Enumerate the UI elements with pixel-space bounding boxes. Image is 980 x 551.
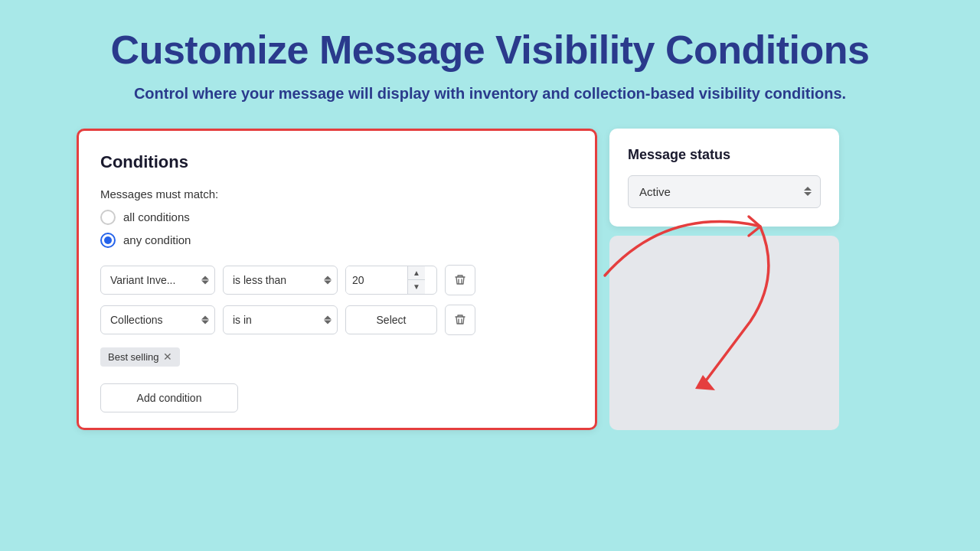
operator-select-wrapper-2: is in is not in (223, 305, 338, 334)
condition-row-1: Variant Inve... Collections Product Type… (100, 265, 573, 295)
trash-icon-1 (454, 274, 466, 286)
delete-row-1-button[interactable] (445, 265, 475, 295)
tag-label: Best selling (108, 351, 158, 363)
field-select-1[interactable]: Variant Inve... Collections Product Type (100, 266, 215, 295)
conditions-panel: Conditions Messages must match: all cond… (77, 129, 597, 430)
operator-select-1[interactable]: is less than is greater than equals (223, 266, 338, 295)
radio-circle-any (100, 233, 116, 248)
condition-row-2: Collections Variant Inve... Product Type… (100, 305, 573, 335)
message-status-panel: Message status Active Inactive Draft (609, 129, 839, 227)
tag-best-selling: Best selling ✕ (100, 347, 180, 367)
operator-select-wrapper-1: is less than is greater than equals (223, 266, 338, 295)
number-input-wrapper: ▲ ▼ (345, 266, 437, 295)
spinner-down-button[interactable]: ▼ (408, 280, 425, 294)
spinner-up-button[interactable]: ▲ (408, 266, 425, 281)
radio-all-conditions[interactable]: all conditions (100, 210, 573, 225)
tag-close-button[interactable]: ✕ (163, 351, 172, 362)
radio-any-label: any condition (123, 233, 191, 246)
radio-all-label: all conditions (123, 210, 190, 223)
add-condition-button[interactable]: Add condition (100, 383, 238, 412)
message-status-title: Message status (628, 147, 821, 163)
gray-panel (609, 236, 839, 430)
right-section: Message status Active Inactive Draft (609, 129, 839, 430)
conditions-title: Conditions (100, 152, 573, 172)
trash-icon-2 (454, 314, 466, 326)
status-select[interactable]: Active Inactive Draft (628, 175, 821, 208)
delete-row-2-button[interactable] (445, 305, 475, 335)
number-input[interactable] (346, 266, 407, 294)
radio-circle-all (100, 210, 116, 225)
match-label: Messages must match: (100, 187, 573, 201)
number-spinners: ▲ ▼ (407, 266, 425, 294)
page-subtitle: Control where your message will display … (46, 83, 934, 104)
tags-row: Best selling ✕ (100, 344, 573, 367)
header-section: Customize Message Visibility Conditions … (0, 0, 980, 122)
field-select-2[interactable]: Collections Variant Inve... Product Type (100, 305, 215, 334)
field-select-wrapper-1: Variant Inve... Collections Product Type (100, 266, 215, 295)
page-title: Customize Message Visibility Conditions (46, 28, 934, 73)
field-select-wrapper-2: Collections Variant Inve... Product Type (100, 305, 215, 334)
content-area: Conditions Messages must match: all cond… (0, 129, 980, 430)
radio-any-condition[interactable]: any condition (100, 233, 573, 248)
radio-group: all conditions any condition (100, 210, 573, 248)
select-collections-button[interactable]: Select (345, 305, 437, 334)
status-select-wrapper: Active Inactive Draft (628, 175, 821, 208)
add-condition-area: Add condition (100, 377, 573, 412)
operator-select-2[interactable]: is in is not in (223, 305, 338, 334)
